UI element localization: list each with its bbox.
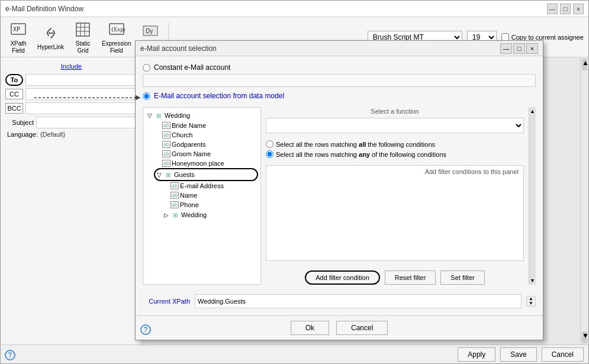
- field-icon-honeymoon: ab: [162, 160, 170, 167]
- tree-item-honeymoon[interactable]: ab Honeymoon place: [154, 159, 258, 168]
- constant-radio-label: Constant e-Mail account: [154, 63, 230, 72]
- modal-main: ▽ ⊞ Wedding ab Bride Name: [143, 107, 536, 285]
- modal-close[interactable]: ×: [526, 43, 538, 54]
- reset-filter-button[interactable]: Reset filter: [385, 270, 436, 285]
- set-filter-button[interactable]: Set filter: [440, 270, 484, 285]
- filter-conditions-panel: Add filter conditions to this panel: [266, 165, 524, 261]
- data-model-radio-row: E-Mail account selection from data model: [143, 92, 536, 100]
- condition-any-row: Select all the rows matching any of the …: [266, 150, 524, 158]
- field-icon-phone: ab: [170, 201, 179, 208]
- function-select[interactable]: [266, 118, 524, 133]
- condition-all-radio[interactable]: [266, 140, 273, 148]
- xpath-row: Current XPath ▲ ▼: [143, 294, 536, 308]
- field-icon-bride: ab: [162, 122, 170, 129]
- field-icon-groom: ab: [162, 150, 170, 157]
- condition-any-radio[interactable]: [266, 150, 273, 158]
- tree-scroll-down[interactable]: ▼: [529, 278, 536, 285]
- function-label: Select a function: [371, 108, 419, 115]
- spacer: [154, 121, 162, 130]
- constant-email-input[interactable]: [143, 74, 536, 87]
- tree-item-wedding-sub[interactable]: ▷ ⊞ Wedding: [162, 210, 258, 220]
- modal-maximize[interactable]: □: [513, 43, 525, 54]
- modal-body: Constant e-Mail account E-Mail account s…: [136, 56, 543, 315]
- tree-container: ▽ ⊞ Wedding ab Bride Name: [143, 107, 261, 285]
- tree-label-phone: Phone: [180, 201, 199, 208]
- modal-overlay: e-Mail account selection — □ × Constant …: [0, 0, 589, 364]
- tree-label-godparents: Godparents: [172, 141, 205, 148]
- modal-title-bar: e-Mail account selection — □ ×: [136, 41, 543, 56]
- toggle-wedding[interactable]: ▽: [146, 111, 154, 120]
- field-icon-church: ab: [162, 131, 170, 138]
- tree-item-name[interactable]: ab Name: [162, 191, 258, 200]
- modal-minimize[interactable]: —: [500, 43, 512, 54]
- data-tree[interactable]: ▽ ⊞ Wedding ab Bride Name: [143, 107, 261, 285]
- tree-label-church: Church: [172, 131, 192, 138]
- email-account-modal: e-Mail account selection — □ × Constant …: [135, 40, 543, 340]
- tree-label-email-address: E-mail Address: [180, 182, 224, 189]
- folder-icon-guests: ⊞: [163, 170, 173, 179]
- toggle-wedding-sub[interactable]: ▷: [162, 211, 170, 219]
- filter-panel-label: Add filter conditions to this panel: [425, 168, 519, 175]
- tree-item-phone[interactable]: ab Phone: [162, 200, 258, 210]
- toggle-guests[interactable]: ▽: [155, 170, 163, 179]
- data-model-radio-label: E-Mail account selection from data model: [154, 92, 284, 100]
- tree-item-email-address[interactable]: ab E-mail Address: [162, 181, 258, 191]
- field-icon-godparents: ab: [162, 141, 170, 148]
- tree-label-honeymoon: Honeymoon place: [172, 160, 224, 167]
- function-section: Select a function: [266, 107, 524, 133]
- tree-label-groom-name: Groom Name: [172, 150, 211, 157]
- tree-children-guests: ab E-mail Address ab Name: [162, 181, 258, 220]
- tree-item-bride-name[interactable]: ab Bride Name: [154, 121, 258, 130]
- tree-children-wedding: ab Bride Name ab Church: [154, 121, 258, 220]
- filter-buttons: Add filter condition Reset filter Set fi…: [266, 270, 524, 285]
- modal-title: e-Mail account selection: [140, 44, 217, 53]
- tree-label-name: Name: [180, 192, 197, 199]
- tree-item-godparents[interactable]: ab Godparents: [154, 140, 258, 149]
- tree-scroll-track: [529, 114, 536, 278]
- condition-all-label: Select all the rows matching all the fol…: [276, 141, 435, 148]
- xpath-label: Current XPath: [143, 298, 190, 305]
- xpath-down[interactable]: ▼: [527, 301, 535, 306]
- tree-label-bride-name: Bride Name: [172, 122, 206, 129]
- constant-radio[interactable]: [143, 64, 150, 72]
- tree-item-church[interactable]: ab Church: [154, 130, 258, 140]
- field-icon-name: ab: [170, 192, 179, 199]
- data-model-radio[interactable]: [143, 92, 150, 100]
- constant-radio-row: Constant e-Mail account: [143, 63, 536, 72]
- condition-radios: Select all the rows matching all the fol…: [266, 140, 524, 158]
- tree-label-wedding-sub: Wedding: [181, 211, 207, 218]
- modal-controls: — □ ×: [500, 43, 538, 54]
- function-panel: Select a function Select all the rows ma…: [266, 107, 524, 285]
- modal-help[interactable]: ?: [140, 324, 151, 335]
- field-icon-email: ab: [170, 182, 179, 189]
- folder-icon-wedding: ⊞: [154, 111, 163, 120]
- tree-label-wedding: Wedding: [165, 112, 190, 119]
- tree-item-guests[interactable]: ▽ ⊞ Guests: [154, 168, 258, 181]
- tree-item-wedding-root[interactable]: ▽ ⊞ Wedding: [146, 110, 258, 121]
- tree-scroll-up[interactable]: ▲: [529, 107, 536, 114]
- modal-tree-scrollbar[interactable]: ▲ ▼: [529, 107, 536, 285]
- xpath-input[interactable]: [195, 294, 522, 308]
- xpath-spinner[interactable]: ▲ ▼: [526, 296, 536, 307]
- tree-item-groom-name[interactable]: ab Groom Name: [154, 149, 258, 159]
- condition-any-label: Select all the rows matching any of the …: [276, 151, 446, 158]
- add-filter-button[interactable]: Add filter condition: [305, 270, 380, 285]
- modal-footer: Ok Cancel: [136, 315, 543, 340]
- folder-icon-wedding-sub: ⊞: [170, 210, 180, 220]
- tree-label-guests: Guests: [174, 171, 195, 178]
- modal-cancel-button[interactable]: Cancel: [336, 321, 388, 335]
- ok-button[interactable]: Ok: [291, 321, 329, 335]
- condition-all-row: Select all the rows matching all the fol…: [266, 140, 524, 148]
